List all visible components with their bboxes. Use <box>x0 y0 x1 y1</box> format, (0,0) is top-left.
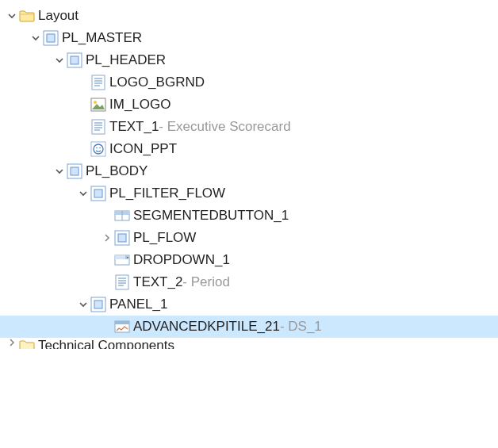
tree-item-label: IM_LOGO <box>109 97 170 113</box>
tree-item-dropdown_1[interactable]: DROPDOWN_1 <box>0 249 498 271</box>
tree-item-label: PL_HEADER <box>86 52 166 68</box>
tree-item-label: SEGMENTEDBUTTON_1 <box>133 208 289 224</box>
tree-item-layout[interactable]: Layout <box>0 5 498 27</box>
panel-icon <box>43 30 59 46</box>
segbtn-icon <box>114 208 130 224</box>
tree-item-pl_master[interactable]: PL_MASTER <box>0 27 498 49</box>
panel-icon <box>90 297 106 312</box>
tree-item-pl_body[interactable]: PL_BODY <box>0 160 498 182</box>
tree-item-label: PL_FILTER_FLOW <box>109 186 225 201</box>
svg-rect-11 <box>92 120 105 134</box>
tree-item-suffix: - DS_1 <box>280 319 322 335</box>
dropdown-icon <box>114 252 130 268</box>
tree-item-label: PANEL_1 <box>109 297 167 312</box>
folder-icon <box>19 8 35 24</box>
tree-item-text_2[interactable]: TEXT_2 - Period <box>0 271 498 293</box>
panel-icon <box>90 186 106 201</box>
svg-point-19 <box>99 147 101 149</box>
tree-item-text_1[interactable]: TEXT_1 - Executive Scorecard <box>0 116 498 138</box>
chevron-down-icon[interactable] <box>76 189 90 198</box>
tree-item-segbtn_1[interactable]: SEGMENTEDBUTTON_1 <box>0 205 498 227</box>
svg-rect-21 <box>71 167 79 175</box>
folder-closed-icon <box>19 338 35 349</box>
tree-item-label: PL_FLOW <box>133 230 196 246</box>
chevron-down-icon[interactable] <box>5 11 19 21</box>
tree-item-label: TEXT_1 <box>109 119 159 135</box>
chevron-right-icon[interactable] <box>5 338 19 347</box>
tree-item-suffix: - Executive Scorecard <box>159 119 290 135</box>
text-icon <box>114 274 130 290</box>
tree-item-tech[interactable]: Technical Components <box>0 338 498 349</box>
svg-rect-1 <box>47 34 55 42</box>
svg-rect-38 <box>94 301 102 308</box>
chevron-right-icon[interactable] <box>100 233 114 243</box>
tree-item-label: ICON_PPT <box>109 141 177 157</box>
tree-item-suffix: - Period <box>182 274 230 290</box>
tree-item-logo_bgrnd[interactable]: LOGO_BGRND <box>0 71 498 94</box>
tree-item-label: DROPDOWN_1 <box>133 252 230 268</box>
svg-rect-3 <box>71 56 79 64</box>
text-icon <box>90 75 106 90</box>
tree-item-label: Layout <box>38 8 79 24</box>
tree-item-label: LOGO_BGRND <box>109 75 205 90</box>
tree-item-icon_ppt[interactable]: ICON_PPT <box>0 138 498 160</box>
svg-point-10 <box>94 101 97 104</box>
tree-item-panel_1[interactable]: PANEL_1 <box>0 293 498 316</box>
smiley-icon <box>90 141 106 157</box>
chevron-down-icon[interactable] <box>29 33 43 43</box>
svg-rect-32 <box>116 275 128 289</box>
chevron-down-icon[interactable] <box>52 56 67 65</box>
tree-item-label: TEXT_2 <box>133 274 182 290</box>
tree-item-pl_header[interactable]: PL_HEADER <box>0 49 498 71</box>
tile-icon <box>114 319 130 335</box>
outline-tree: LayoutPL_MASTERPL_HEADERLOGO_BGRNDIM_LOG… <box>0 5 498 349</box>
svg-rect-40 <box>115 321 129 324</box>
svg-point-18 <box>96 147 98 149</box>
tree-item-label: PL_MASTER <box>62 30 142 46</box>
svg-rect-28 <box>118 234 126 242</box>
tree-item-im_logo[interactable]: IM_LOGO <box>0 94 498 116</box>
tree-item-label: Technical Components <box>38 338 174 349</box>
panel-icon <box>114 230 130 246</box>
panel-icon <box>67 52 82 68</box>
chevron-down-icon[interactable] <box>52 167 67 176</box>
panel-icon <box>67 163 82 179</box>
chevron-down-icon[interactable] <box>76 300 90 309</box>
tree-item-kpitile[interactable]: ADVANCEDKPITILE_21 - DS_1 <box>0 316 498 338</box>
tree-item-pl_flow[interactable]: PL_FLOW <box>0 227 498 249</box>
tree-item-label: ADVANCEDKPITILE_21 <box>133 319 280 335</box>
svg-rect-4 <box>92 75 105 90</box>
image-icon <box>90 97 106 113</box>
svg-rect-23 <box>94 190 102 197</box>
tree-item-pl_filter[interactable]: PL_FILTER_FLOW <box>0 182 498 205</box>
text-icon <box>90 119 106 135</box>
tree-item-label: PL_BODY <box>86 163 147 179</box>
